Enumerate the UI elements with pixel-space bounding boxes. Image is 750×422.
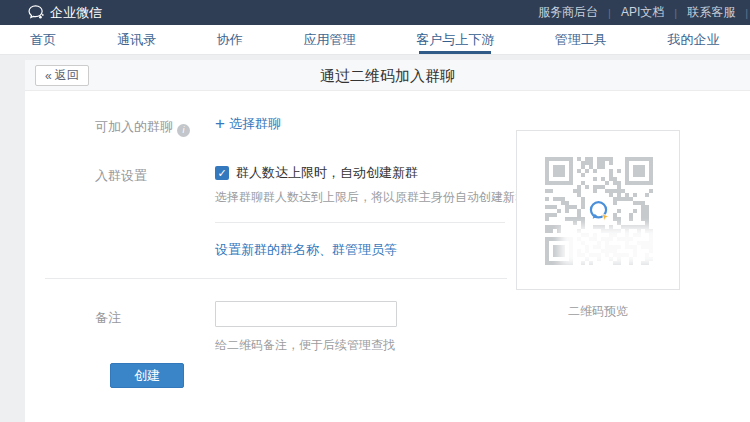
- select-group-label: 选择群聊: [229, 115, 281, 133]
- screen: 企业微信 服务商后台 | API文档 | 联系客服 | 首页 通讯录 协作 应用…: [0, 0, 750, 422]
- nav-tab-management-tools[interactable]: 管理工具: [551, 25, 611, 54]
- nav-tab-collaboration[interactable]: 协作: [213, 25, 247, 54]
- qr-blurred-area: [569, 235, 657, 257]
- topbar-link-api-docs[interactable]: API文档: [611, 4, 674, 21]
- card-header: « 返回 通过二维码加入群聊: [25, 60, 750, 91]
- new-group-settings-link[interactable]: 设置新群的群名称、群管理员等: [215, 241, 397, 259]
- topbar: 企业微信 服务商后台 | API文档 | 联系客服 |: [0, 0, 750, 25]
- nav-tab-home[interactable]: 首页: [26, 25, 60, 54]
- info-icon[interactable]: i: [177, 124, 190, 137]
- nav-tab-customers-upstream-downstream[interactable]: 客户与上下游: [412, 25, 498, 54]
- topbar-link-contact-support[interactable]: 联系客服: [677, 4, 745, 21]
- nav-tab-label: 首页: [30, 31, 56, 49]
- topbar-link-provider-console[interactable]: 服务商后台: [528, 4, 608, 21]
- label-text: 可加入的群聊: [95, 119, 173, 134]
- divider: [215, 222, 505, 223]
- brand-name: 企业微信: [50, 4, 102, 22]
- wecom-logo-icon: [28, 5, 44, 20]
- nav-tab-label: 通讯录: [117, 31, 156, 49]
- qr-preview-box: [516, 130, 680, 290]
- nav-tab-label: 应用管理: [303, 31, 355, 49]
- new-group-settings-label: 设置新群的群名称、群管理员等: [215, 241, 397, 259]
- nav-tab-app-management[interactable]: 应用管理: [299, 25, 359, 54]
- topbar-links: 服务商后台 | API文档 | 联系客服 |: [528, 4, 748, 21]
- qr-preview-caption: 二维码预览: [516, 303, 680, 320]
- remark-label: 备注: [95, 309, 121, 327]
- page-title: 通过二维码加入群聊: [25, 60, 750, 91]
- joinable-group-label: 可加入的群聊i: [95, 118, 190, 137]
- create-button[interactable]: 创建: [110, 363, 184, 388]
- nav-tab-contacts[interactable]: 通讯录: [113, 25, 160, 54]
- page-background: « 返回 通过二维码加入群聊 可加入的群聊i + 选择群聊 入群设置 ✓: [0, 55, 750, 422]
- checkbox-checked[interactable]: ✓: [215, 166, 229, 180]
- brand[interactable]: 企业微信: [28, 4, 102, 22]
- nav-tab-label: 我的企业: [668, 31, 720, 49]
- separator: |: [745, 7, 748, 19]
- remark-hint: 给二维码备注，便于后续管理查找: [215, 337, 395, 354]
- plus-icon: +: [215, 116, 225, 132]
- nav-tab-label: 客户与上下游: [416, 31, 494, 49]
- nav-tab-my-enterprise[interactable]: 我的企业: [664, 25, 724, 54]
- active-tab-underline: [419, 51, 491, 54]
- main-nav: 首页 通讯录 协作 应用管理 客户与上下游 管理工具 我的企业: [0, 25, 750, 55]
- divider: [45, 278, 507, 279]
- card-body: 可加入的群聊i + 选择群聊 入群设置 ✓ 群人数达上限时，自动创建新群 选择群…: [25, 91, 750, 421]
- join-settings-hint: 选择群聊群人数达到上限后，将以原群主身份自动创建新群: [215, 189, 527, 206]
- checkbox-label: 群人数达上限时，自动创建新群: [236, 164, 418, 182]
- nav-tab-label: 管理工具: [555, 31, 607, 49]
- join-settings-label: 入群设置: [95, 167, 147, 185]
- select-group-link[interactable]: + 选择群聊: [215, 115, 281, 133]
- content-card: « 返回 通过二维码加入群聊 可加入的群聊i + 选择群聊 入群设置 ✓: [25, 60, 750, 422]
- nav-tab-label: 协作: [217, 31, 243, 49]
- wecom-qr-logo-icon: [586, 198, 612, 224]
- auto-create-group-checkbox-row[interactable]: ✓ 群人数达上限时，自动创建新群: [215, 164, 418, 182]
- remark-input[interactable]: [215, 301, 397, 327]
